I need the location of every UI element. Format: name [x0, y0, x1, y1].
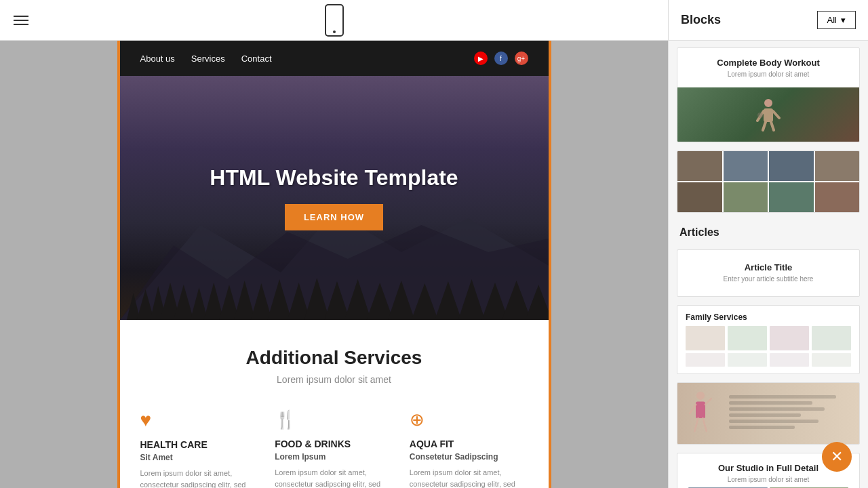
- photo-cell-7: [769, 182, 814, 212]
- family-services-title: Family Services: [686, 312, 851, 322]
- yoga-card-preview: [677, 383, 859, 444]
- workout-card-body: Complete Body Workout Lorem ipsum dolor …: [677, 48, 859, 87]
- site-nav: About us Services Contact ▶ f g+: [120, 41, 549, 76]
- learn-how-button[interactable]: LEARN HOW: [285, 204, 383, 230]
- nav-services[interactable]: Services: [191, 54, 225, 64]
- google-plus-icon[interactable]: g+: [515, 52, 528, 65]
- photo-cell-5: [677, 182, 722, 212]
- block-card-yoga[interactable]: [677, 382, 860, 445]
- yoga-figure: [688, 386, 722, 441]
- workout-card-title: Complete Body Workout: [688, 58, 848, 68]
- service-item-healthcare: ♥ HEALTH CARE Sit Amet Lorem ipsum dolor…: [140, 409, 259, 488]
- photo-cell-8: [815, 182, 860, 212]
- utensils-icon: 🍴: [275, 409, 393, 430]
- workout-card-image: [677, 87, 859, 142]
- svg-point-31: [757, 113, 763, 118]
- close-fab-button[interactable]: ✕: [822, 442, 852, 472]
- block-card-workout[interactable]: Complete Body Workout Lorem ipsum dolor …: [677, 47, 860, 142]
- photo-grid: [677, 151, 859, 212]
- svg-line-30: [771, 122, 774, 130]
- family-services-columns: [686, 326, 851, 350]
- services-title: Additional Services: [140, 347, 528, 369]
- svg-rect-26: [764, 108, 773, 122]
- service-item-food: 🍴 FOOD & DRINKS Lorem Ipsum Lorem ipsum …: [275, 409, 393, 488]
- nav-about[interactable]: About us: [140, 54, 175, 64]
- svg-line-28: [773, 111, 779, 118]
- article-title-card-body: Article Title Enter your article subtitl…: [677, 250, 859, 296]
- studio-card-subtitle: Lorem ipsum dolor sit amet: [688, 476, 848, 483]
- hero-title: HTML Website Template: [210, 165, 458, 190]
- photo-cell-4: [815, 151, 860, 181]
- blocks-panel: Blocks All ▾ Complete Body Workout Lorem…: [668, 0, 868, 488]
- nav-social-icons: ▶ f g+: [474, 52, 528, 65]
- services-subtitle: Lorem ipsum dolor sit amet: [140, 374, 528, 385]
- facebook-icon[interactable]: f: [494, 52, 508, 65]
- family-col-2: [728, 326, 767, 350]
- service-name-healthcare: HEALTH CARE: [140, 439, 259, 450]
- phone-preview-icon[interactable]: [325, 4, 344, 37]
- services-grid: ♥ HEALTH CARE Sit Amet Lorem ipsum dolor…: [140, 409, 528, 488]
- svg-line-37: [703, 418, 707, 431]
- svg-point-25: [764, 99, 772, 107]
- service-desc-healthcare: Lorem ipsum dolor sit amet, consectetur …: [140, 468, 259, 488]
- panel-title: Blocks: [681, 13, 721, 27]
- photo-cell-3: [769, 151, 814, 181]
- panel-content: Complete Body Workout Lorem ipsum dolor …: [669, 41, 868, 488]
- svg-line-36: [694, 418, 698, 431]
- canvas-wrapper: About us Services Contact ▶ f g+: [0, 41, 668, 488]
- nav-contact[interactable]: Contact: [241, 54, 272, 64]
- article-title-text: Article Title: [688, 262, 848, 272]
- service-name-aquafit: AQUA FIT: [410, 439, 528, 449]
- youtube-icon[interactable]: ▶: [474, 52, 488, 65]
- all-filter-dropdown[interactable]: All ▾: [817, 11, 856, 29]
- family-col-1: [686, 326, 725, 350]
- block-card-article-title[interactable]: Article Title Enter your article subtitl…: [677, 249, 860, 297]
- website-canvas: About us Services Contact ▶ f g+: [117, 41, 551, 488]
- articles-section-label: Articles: [677, 221, 860, 241]
- block-card-family-services[interactable]: Family Services: [677, 305, 860, 374]
- workout-card-subtitle: Lorem ipsum dolor sit amet: [688, 70, 848, 78]
- lifebuoy-icon: ⊕: [410, 409, 528, 430]
- article-subtitle-text: Enter your article subtitle here: [688, 275, 848, 283]
- block-card-photo-grid[interactable]: [677, 150, 860, 213]
- hamburger-menu[interactable]: [14, 16, 28, 25]
- service-desc-aquafit: Lorem ipsum dolor sit amet, consectetur …: [410, 467, 528, 488]
- svg-line-29: [763, 122, 766, 130]
- heart-icon: ♥: [140, 409, 259, 431]
- service-tagline-aquafit: Consetetur Sadipscing: [410, 452, 528, 462]
- panel-header: Blocks All ▾: [669, 0, 868, 41]
- svg-line-35: [705, 399, 711, 405]
- photo-cell-2: [724, 151, 768, 181]
- photo-cell-1: [677, 151, 722, 181]
- editor-area: About us Services Contact ▶ f g+: [0, 0, 668, 488]
- family-col-3: [770, 326, 809, 350]
- svg-line-34: [690, 405, 696, 413]
- family-services-preview: Family Services: [677, 306, 859, 373]
- service-desc-food: Lorem ipsum dolor sit amet, consectetur …: [275, 467, 393, 488]
- services-section: Additional Services Lorem ipsum dolor si…: [120, 320, 549, 488]
- svg-rect-33: [696, 402, 705, 419]
- service-item-aquafit: ⊕ AQUA FIT Consetetur Sadipscing Lorem i…: [410, 409, 528, 488]
- service-tagline-healthcare: Sit Amet: [140, 453, 259, 462]
- yoga-text-lines: [722, 395, 848, 432]
- top-toolbar: [0, 0, 668, 41]
- photo-cell-6: [724, 182, 768, 212]
- family-col-4: [812, 326, 851, 350]
- svg-point-32: [696, 392, 705, 400]
- service-tagline-food: Lorem Ipsum: [275, 452, 393, 462]
- service-name-food: FOOD & DRINKS: [275, 439, 393, 449]
- hero-section: HTML Website Template LEARN HOW: [120, 76, 549, 320]
- nav-links: About us Services Contact: [140, 54, 272, 64]
